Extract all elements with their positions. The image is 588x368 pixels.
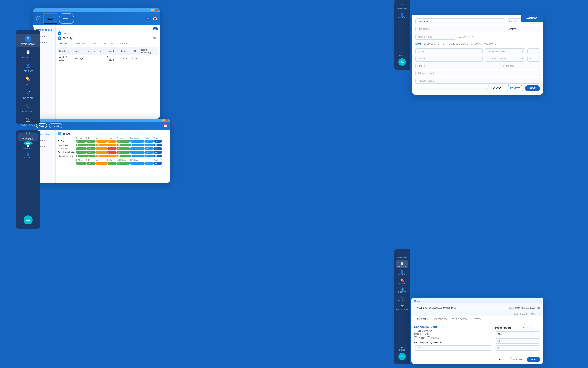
tab-third-party[interactable]: THIRD PARTY <box>450 316 470 322</box>
bottom-minimize-btn[interactable] <box>162 119 165 121</box>
sig-input[interactable] <box>495 338 540 344</box>
sidebar-item-will-call[interactable]: 📞 WILL CALL <box>16 101 40 114</box>
ext1-input[interactable] <box>527 48 540 54</box>
rx-sidebar: ⊞WORKBENC 📋RX DETAIL 👤PATIENT 💊DRUG 🩺DOC… <box>394 249 410 364</box>
doctor-select[interactable]: 1S1 <box>414 345 492 351</box>
middle-name-field[interactable] <box>415 34 456 40</box>
medical-label: Medical <box>432 337 439 339</box>
allergy-checkbox[interactable] <box>414 336 417 339</box>
status-field[interactable]: ▼ <box>507 26 540 32</box>
tab-complianc[interactable]: COMPLIANC <box>71 41 89 46</box>
tp-bill: TP Bill: DB/AS/CA <box>414 330 492 332</box>
qty-input[interactable] <box>521 325 533 330</box>
dial-input[interactable] <box>485 56 525 62</box>
rx-sb-rx-detail[interactable]: 📋RX DETAIL <box>396 260 408 268</box>
ds-input[interactable] <box>495 345 540 351</box>
rx-sb-will-call[interactable]: 📞WILL CALL <box>397 295 407 303</box>
drug-selector-bar: Propharm, Paul, Aurla-Amoxicillin (DIN) … <box>411 304 543 312</box>
rx-save-button[interactable]: SAVE <box>527 357 540 362</box>
tab-trade[interactable]: Trade <box>89 41 99 46</box>
tab-din[interactable]: DIN <box>100 41 108 46</box>
first-name-field[interactable] <box>415 26 505 32</box>
ps-workbenc[interactable]: ⊞WORKBENC <box>397 2 407 11</box>
new-button[interactable]: NEW <box>43 13 57 24</box>
rx-sb-drug[interactable]: 💊DRUG <box>399 278 405 285</box>
sidebar-item-drug[interactable]: 💊 DRUG <box>16 74 40 88</box>
rx-sb-batch[interactable]: 📷BATCH SCAN <box>396 304 408 311</box>
rx-close-button[interactable]: ✕ CLOSE <box>492 357 508 362</box>
toship-section-title: To Ship <box>63 37 73 40</box>
will-call-icon: 📞 <box>25 103 31 110</box>
bottom-close-btn[interactable] <box>166 119 168 121</box>
col-din: DIN <box>130 47 140 55</box>
delivery-address-input[interactable] <box>485 48 525 54</box>
close-button[interactable] <box>155 9 158 11</box>
ps-patient[interactable]: 👤PATIENT <box>398 12 406 20</box>
toship-info-icon: i <box>58 37 61 40</box>
form-tab-hom[interactable]: HOM <box>415 42 421 46</box>
todo-info-icon: i <box>58 31 61 35</box>
dial-chevron: ▼ <box>522 58 524 60</box>
sidebar-item-batch-scan[interactable]: 📷 BATCH SCAN <box>16 114 40 128</box>
calendar-icon[interactable]: 📅 <box>153 16 157 21</box>
table-row[interactable]: April 12, 2020 Package Test Patient Lipi… <box>58 55 158 62</box>
col-patient: Patient <box>105 47 119 55</box>
tab-satellite[interactable]: Satelite Pharmacy <box>108 41 131 46</box>
tab-rx-refill[interactable]: RX REFILL <box>414 316 432 322</box>
rx-sb-more[interactable]: •••MORE <box>399 345 405 352</box>
form-tab-accounts[interactable]: ACCOUNTS <box>484 42 496 46</box>
sidebar-item-patient[interactable]: 👤 PATIENT <box>16 61 40 74</box>
medical-checkbox[interactable] <box>427 336 430 339</box>
address1-input[interactable] <box>415 71 540 76</box>
list-item[interactable]: To Do 2 10 40 4 30 0 20 97 <box>58 140 168 143</box>
ext2-input[interactable] <box>527 56 540 62</box>
sidebar-item-rx-detail[interactable]: 📋 RX DETAIL <box>16 47 40 61</box>
form-tab-other[interactable]: OTHER <box>438 42 446 46</box>
tab-notes[interactable]: NOTES <box>470 316 484 322</box>
auth-label: Auth: 877891(Mar 11, 2020) <box>509 307 535 309</box>
list-item[interactable]: Packaging 2 10 40 4 30 0 20 97 <box>58 147 168 150</box>
sidebar-item-doctor[interactable]: 🩺 DOCTOR <box>16 88 40 101</box>
list-item[interactable]: Technical Validation 2 10 40 4 30 0 20 9… <box>58 151 168 154</box>
sidebar-item-workbenc[interactable]: ⊞ WORKBENC <box>16 34 40 47</box>
pharmacy-field[interactable] <box>415 18 505 24</box>
mobile-input[interactable] <box>415 63 497 69</box>
form-tab-care[interactable]: CARE DESIGNATE <box>449 42 468 46</box>
sidebar-item-more[interactable]: ••• MORE <box>16 128 40 141</box>
patient-form-window: ▼ ▼ ACCOUNTS ▼ HOM BUSINESS OTHER CARE D… <box>412 15 543 95</box>
filter-label[interactable]: ≡ Filter <box>151 37 158 39</box>
drug-selector[interactable]: Propharm, Paul, Aurla-Amoxicillin (DIN) <box>414 305 507 310</box>
age-label: Age: <box>425 333 430 335</box>
digit-input[interactable] <box>499 63 540 69</box>
form-tab-business[interactable]: BUSINESS <box>424 42 435 46</box>
refill-button[interactable]: REFILL <box>59 13 74 24</box>
rx-sb-workbenc[interactable]: ⊞WORKBENC <box>397 252 407 260</box>
bottom-left-sidebar: ⊞WORKBENC 📋RX DETAIL 👤PATIENT AA <box>16 130 40 229</box>
list-item[interactable]: 2 10 40 4 30 0 20 97 <box>58 162 168 165</box>
list-item[interactable]: Data Entry 2 10 40 4 30 0 20 97 <box>58 144 168 146</box>
address2-input[interactable] <box>415 78 540 84</box>
list-item[interactable]: Clinical Review 2 10 40 4 30 0 20 97 <box>58 155 168 157</box>
phone-input[interactable] <box>415 56 483 62</box>
rx-sb-patient[interactable]: 👤PATIENT <box>398 269 406 277</box>
prescriptions-table: Ready Time Next Package Fix... Patient T… <box>58 47 158 62</box>
prescription-value1[interactable] <box>495 331 540 337</box>
home-input[interactable] <box>415 48 483 54</box>
bl-patient[interactable]: 👤PATIENT <box>24 151 32 160</box>
close-button[interactable]: ✕ CLOSE <box>486 85 505 91</box>
bottom-refill-button[interactable]: REFILL <box>49 123 62 128</box>
bottom-calendar-icon[interactable]: 📅 <box>163 124 167 128</box>
back-button[interactable]: ‹ <box>36 16 41 21</box>
col-fix: Fix... <box>97 47 105 55</box>
tab-extended[interactable]: EXTENDED <box>432 316 450 322</box>
prescription-title: Prescription <box>495 326 511 329</box>
avatar[interactable]: AA <box>24 141 33 145</box>
ps-more[interactable]: •••MORE <box>399 50 405 58</box>
form-tab-groups[interactable]: GROUPS <box>471 42 481 46</box>
rx-sb-doctor[interactable]: 🩺DOCTOR <box>398 286 406 294</box>
revert-button[interactable]: REVERT <box>507 85 524 91</box>
rx-revert-button[interactable]: REVERT <box>510 357 525 362</box>
minimize-button[interactable] <box>151 9 154 11</box>
save-button[interactable]: SAVE <box>525 85 540 91</box>
tab-retail[interactable]: RETAIL <box>58 41 71 46</box>
